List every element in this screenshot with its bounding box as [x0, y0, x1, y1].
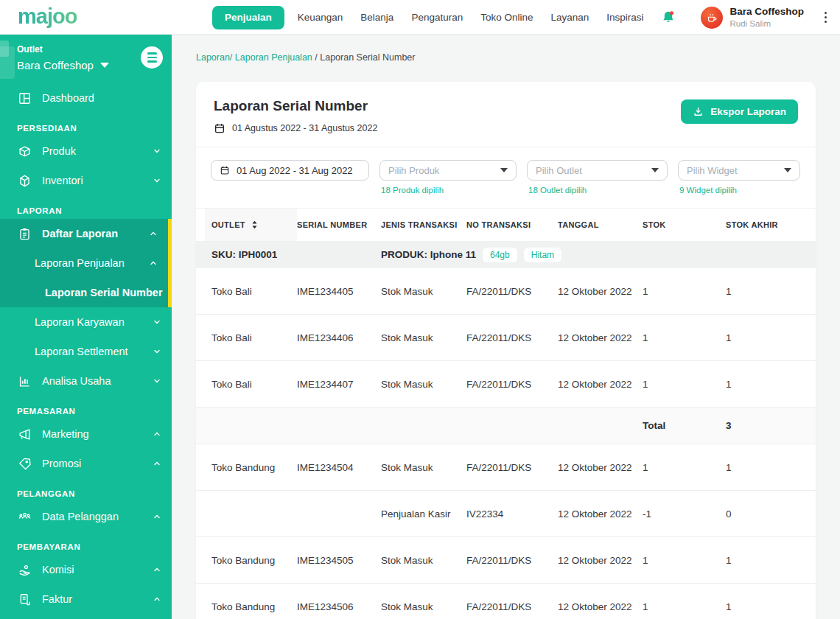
tab-belanja[interactable]: Belanja — [351, 6, 402, 29]
column-header-stok-akhir: STOK AKHIR — [726, 209, 816, 241]
dashboard-icon — [17, 91, 32, 105]
chevron-up-icon — [153, 430, 161, 438]
column-header-jenis-transaksi: JENIS TRANSAKSI — [381, 209, 466, 241]
total-value: 3 — [726, 420, 816, 431]
column-header-serial-number: SERIAL NUMBER — [297, 209, 381, 241]
total-row: Total 3 — [196, 408, 816, 444]
outlet-label: Outlet — [17, 44, 160, 55]
chevron-up-icon — [153, 565, 161, 574]
widget-selected-count: 9 Widget dipilih — [679, 186, 800, 195]
caret-down-icon — [500, 168, 508, 172]
notification-bell-icon[interactable] — [661, 10, 676, 26]
column-header-outlet[interactable]: OUTLET — [205, 209, 297, 241]
sidebar-section-persediaan: PERSEDIAAN — [0, 113, 172, 136]
sidebar-item-analisa-usaha[interactable]: Analisa Usaha — [0, 366, 172, 396]
date-range-input[interactable]: 01 Aug 2022 - 31 Aug 2022 — [211, 160, 369, 181]
variant-badge: Hitam — [524, 248, 561, 262]
widget-filter: Pilih Widget 9 Widget dipilih — [678, 160, 800, 195]
sidebar-active-group: Daftar Laporan Laporan Penjualan Laporan… — [0, 219, 172, 307]
chevron-up-icon — [149, 229, 158, 238]
produk-filter: Pilih Produk 18 Produk dipilih — [379, 160, 517, 195]
user-info[interactable]: Bara Coffeshop Rudi Salim — [729, 6, 804, 29]
outlet-selected-count: 18 Outlet dipilih — [528, 186, 668, 195]
sidebar-item-dashboard[interactable]: Dashboard — [0, 83, 172, 113]
table-row: Toko Bali IME1234406 Stok Masuk FA/22011… — [196, 315, 816, 361]
widget-select[interactable]: Pilih Widget — [678, 160, 800, 181]
invoice-icon — [17, 592, 32, 606]
user-name: Bara Coffeshop — [729, 6, 804, 18]
outlet-select[interactable]: Pilih Outlet — [527, 160, 668, 181]
sku-group-row: SKU: IPH0001 PRODUK: Iphone 11 64gb Hita… — [196, 241, 816, 268]
sidebar-menu: Dashboard PERSEDIAAN Produk Inventori LA… — [0, 83, 172, 614]
sidebar-item-laporan-karyawan[interactable]: Laporan Karyawan — [0, 307, 172, 337]
table-row: Toko Bandung IME1234505 Stok Masuk FA/22… — [196, 537, 816, 584]
tab-toko-online[interactable]: Toko Online — [472, 6, 542, 29]
sidebar-item-komisi[interactable]: Komisi — [0, 555, 172, 584]
chevron-up-icon — [153, 512, 161, 521]
outlet-name: Bara Coffeshop — [17, 59, 94, 71]
tab-inspirasi[interactable]: Inspirasi — [598, 6, 652, 29]
megaphone-icon — [17, 427, 32, 441]
sidebar-item-promosi[interactable]: Promosi — [0, 449, 172, 478]
table-row: Toko Bandung IME1234506 Stok Masuk FA/22… — [196, 584, 816, 619]
tab-penjualan[interactable]: Penjualan — [212, 6, 284, 29]
user-avatar[interactable] — [701, 7, 723, 29]
sidebar-item-data-pelanggan[interactable]: Data Pelanggan — [0, 502, 172, 531]
sku-code: SKU: IPH0001 — [211, 249, 381, 260]
report-card: Laporan Serial Number 01 Agustus 2022 - … — [196, 82, 816, 619]
chevron-down-icon — [153, 147, 161, 155]
outlet-selector[interactable]: Bara Coffeshop — [17, 59, 160, 71]
chevron-up-icon — [153, 459, 161, 468]
table-header-row: OUTLET SERIAL NUMBER JENIS TRANSAKSI NO … — [196, 209, 816, 241]
breadcrumb-laporan-penjualan[interactable]: Laporan Penjualan — [235, 52, 312, 63]
column-header-stok: STOK — [643, 209, 726, 241]
produk-selected-count: 18 Produk dipilih — [381, 186, 517, 195]
tag-icon — [17, 456, 32, 471]
product-box-icon — [17, 144, 32, 158]
bar-chart-icon — [17, 374, 32, 388]
page-title: Laporan Serial Number — [214, 98, 377, 114]
outlet-filter: Pilih Outlet 18 Outlet dipilih — [527, 160, 668, 195]
inventory-cube-icon — [17, 173, 32, 188]
sidebar-item-laporan-settlement[interactable]: Laporan Settlement — [0, 337, 172, 366]
sidebar-item-daftar-laporan[interactable]: Daftar Laporan — [0, 219, 168, 248]
breadcrumb: Laporan/ Laporan Penjualan / Laporan Ser… — [196, 52, 415, 63]
produk-info: PRODUK: Iphone 11 64gb Hitam — [381, 248, 643, 262]
caret-down-icon — [784, 168, 791, 172]
variant-badge: 64gb — [483, 248, 517, 262]
user-subtitle: Rudi Salim — [729, 18, 804, 29]
sidebar-item-produk[interactable]: Produk — [0, 136, 172, 166]
calendar-icon — [214, 122, 225, 134]
calendar-icon — [220, 165, 230, 175]
tab-pengaturan[interactable]: Pengaturan — [402, 6, 472, 29]
outlet-switcher: Outlet Bara Coffeshop — [0, 35, 172, 80]
sidebar-collapse-button[interactable] — [141, 46, 163, 69]
report-header: Laporan Serial Number 01 Agustus 2022 - … — [196, 82, 816, 147]
sidebar-section-pembayaran: PEMBAYARAN — [0, 531, 172, 555]
column-header-tanggal: TANGGAL — [558, 209, 643, 241]
more-menu-icon[interactable] — [822, 9, 830, 26]
top-bar: majoo Penjualan Keuangan Belanja Pengatu… — [0, 0, 840, 35]
sidebar-item-laporan-penjualan[interactable]: Laporan Penjualan — [0, 248, 168, 278]
chevron-down-icon — [153, 377, 161, 385]
breadcrumb-laporan[interactable]: Laporan/ — [196, 52, 232, 63]
export-report-button[interactable]: Ekspor Laporan — [681, 99, 798, 124]
sort-icon[interactable] — [251, 220, 258, 229]
top-right-cluster: Bara Coffeshop Rudi Salim — [661, 0, 830, 35]
sidebar-section-pelanggan: PELANGGAN — [0, 478, 172, 502]
sidebar-item-inventori[interactable]: Inventori — [0, 166, 172, 195]
sidebar: Outlet Bara Coffeshop Dashboard PERSEDIA… — [0, 35, 172, 619]
sidebar-item-laporan-serial-number[interactable]: Laporan Serial Number — [0, 278, 168, 307]
top-navigation: Penjualan Keuangan Belanja Pengaturan To… — [212, 0, 653, 35]
chevron-up-icon — [149, 259, 158, 267]
produk-select[interactable]: Pilih Produk — [379, 160, 517, 181]
tab-keuangan[interactable]: Keuangan — [289, 6, 352, 29]
chevron-down-icon — [153, 347, 161, 356]
serial-number-table: OUTLET SERIAL NUMBER JENIS TRANSAKSI NO … — [196, 209, 816, 619]
sidebar-item-marketing[interactable]: Marketing — [0, 419, 172, 449]
breadcrumb-current: / Laporan Serial Number — [315, 52, 415, 63]
sidebar-item-faktur[interactable]: Faktur — [0, 584, 172, 614]
tab-layanan[interactable]: Layanan — [542, 6, 598, 29]
caret-down-icon — [100, 63, 109, 68]
chevron-up-icon — [153, 595, 161, 604]
